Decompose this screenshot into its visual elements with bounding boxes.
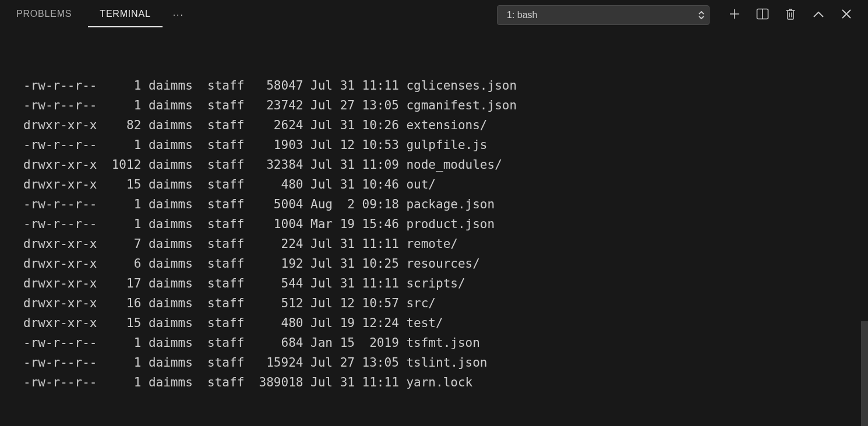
terminal-actions — [725, 5, 856, 25]
ls-row: drwxr-xr-x 16 daimms staff 512 Jul 12 10… — [23, 293, 845, 313]
terminal-select-label: 1: bash — [507, 10, 698, 20]
panel-tabs: PROBLEMS TERMINAL ··· — [5, 3, 190, 27]
maximize-panel-button[interactable] — [809, 5, 828, 25]
ls-row: drwxr-xr-x 1012 daimms staff 32384 Jul 3… — [23, 155, 845, 175]
ls-row: -rw-r--r-- 1 daimms staff 389018 Jul 31 … — [23, 372, 845, 392]
close-icon — [841, 9, 852, 22]
close-panel-button[interactable] — [837, 5, 856, 25]
ls-row: -rw-r--r-- 1 daimms staff 1004 Mar 19 15… — [23, 214, 845, 234]
more-button[interactable]: ··· — [167, 8, 190, 23]
tab-terminal[interactable]: TERMINAL — [88, 3, 162, 27]
terminal-select[interactable]: 1: bash — [497, 5, 710, 25]
ls-row: drwxr-xr-x 6 daimms staff 192 Jul 31 10:… — [23, 254, 845, 274]
ls-row: -rw-r--r-- 1 daimms staff 1903 Jul 12 10… — [23, 135, 845, 155]
ellipsis-icon: ··· — [173, 10, 184, 20]
ls-row: -rw-r--r-- 1 daimms staff 15924 Jul 27 1… — [23, 353, 845, 372]
split-terminal-button[interactable] — [753, 5, 772, 25]
split-icon — [756, 8, 769, 22]
ls-row: -rw-r--r-- 1 daimms staff 684 Jan 15 201… — [23, 333, 845, 353]
ls-row: drwxr-xr-x 82 daimms staff 2624 Jul 31 1… — [23, 115, 845, 135]
new-terminal-button[interactable] — [725, 5, 744, 25]
scrollbar[interactable] — [861, 321, 868, 426]
ls-row: drwxr-xr-x 15 daimms staff 480 Jul 31 10… — [23, 175, 845, 194]
ls-row: -rw-r--r-- 1 daimms staff 5004 Aug 2 09:… — [23, 194, 845, 214]
ls-output: -rw-r--r-- 1 daimms staff 58047 Jul 31 1… — [23, 76, 845, 392]
panel-header: PROBLEMS TERMINAL ··· 1: bash — [0, 0, 868, 30]
kill-terminal-button[interactable] — [781, 5, 800, 25]
terminal-body[interactable]: -rw-r--r-- 1 daimms staff 58047 Jul 31 1… — [0, 30, 868, 426]
plus-icon — [729, 8, 740, 22]
ls-row: -rw-r--r-- 1 daimms staff 23742 Jul 27 1… — [23, 95, 845, 115]
trash-icon — [785, 8, 796, 23]
ls-row: drwxr-xr-x 15 daimms staff 480 Jul 19 12… — [23, 313, 845, 333]
ls-row: drwxr-xr-x 17 daimms staff 544 Jul 31 11… — [23, 274, 845, 293]
ls-row: -rw-r--r-- 1 daimms staff 58047 Jul 31 1… — [23, 76, 845, 95]
chevron-up-icon — [813, 10, 824, 20]
ls-row: drwxr-xr-x 7 daimms staff 224 Jul 31 11:… — [23, 234, 845, 254]
tab-problems[interactable]: PROBLEMS — [5, 3, 83, 27]
chevron-up-down-icon — [698, 11, 704, 19]
